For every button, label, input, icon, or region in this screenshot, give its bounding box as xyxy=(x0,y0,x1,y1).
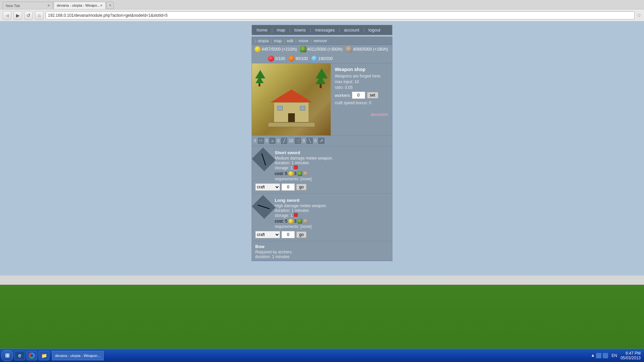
weapon-long-sword: ╲ Long sword High damage melee weapon. d… xyxy=(252,194,392,241)
building-image xyxy=(252,63,331,135)
long-sword-cost: cost: 5 3 xyxy=(275,219,389,224)
cost-gold-icon-2 xyxy=(288,219,293,224)
tab-close-2[interactable]: ✕ xyxy=(100,4,103,7)
spirit-icon xyxy=(311,56,317,62)
building-max-input: max input: 10 xyxy=(335,79,388,84)
gold-icon xyxy=(255,46,261,52)
nav-home[interactable]: home xyxy=(255,27,269,33)
topbar-utopia[interactable]: utopia xyxy=(258,39,269,43)
taskbar-clock: 6:47 PM 05/03/2013 xyxy=(621,351,641,360)
workers-input[interactable] xyxy=(352,92,365,99)
taskbar-active-app[interactable]: devana - utopia - Weapon... xyxy=(52,351,104,360)
resource-stone: 4066/5000 (+180/h) xyxy=(346,46,388,52)
weapon-short-sword: ╱ Short sword Medium damage melee weapon… xyxy=(252,146,392,194)
long-sword-details: Long sword High damage melee weapon. dur… xyxy=(275,198,389,229)
short-sword-go-button[interactable]: go xyxy=(296,184,307,190)
taskbar-folder-icon[interactable]: 📁 xyxy=(39,351,49,360)
taskbar-chrome-icon[interactable] xyxy=(26,351,37,360)
slot-icon-sword-short: ╱ xyxy=(280,137,288,144)
storage-icon-long-sword xyxy=(294,213,298,217)
nav-messages[interactable]: messages xyxy=(314,27,336,33)
slot-icon-spear: ↗ xyxy=(318,137,325,144)
cost-wood-icon-2 xyxy=(298,219,302,224)
reload-button[interactable]: ↺ xyxy=(24,11,33,20)
craft-speed: craft speed bonus: 0 xyxy=(335,101,388,105)
short-sword-craft-input[interactable] xyxy=(281,183,295,191)
nav-account[interactable]: account xyxy=(343,27,361,33)
topbar-move[interactable]: move xyxy=(299,39,308,43)
demolish-link[interactable]: demolish xyxy=(335,112,388,117)
slot-icon-shield: ⚔ xyxy=(269,137,276,144)
forward-button[interactable]: ▶ xyxy=(13,11,22,20)
game-nav: home | map | towns | messages | account … xyxy=(252,25,392,35)
nav-map[interactable]: map xyxy=(275,27,286,33)
resources-bar: 4457/5000 (+210/h) 4011/5000 (+300/h) 40… xyxy=(252,45,392,63)
weapon-bow: Bow Required by archers. duration: 1 min… xyxy=(252,241,392,261)
short-sword-craft-select[interactable]: craft dismantle xyxy=(255,183,280,191)
short-sword-icon: ╱ xyxy=(251,147,276,172)
topbar-map[interactable]: map xyxy=(274,39,281,43)
content-area: Weapon shop Weapons are forged here. max… xyxy=(252,63,392,136)
building-title: Weapon shop xyxy=(335,67,388,72)
back-button[interactable]: ◀ xyxy=(3,11,11,20)
top-bar: | utopia | map | edit | move | remove xyxy=(252,37,392,45)
slot-icon-sword-long: ╲ xyxy=(306,137,313,144)
main-panel: | utopia | map | edit | move | remove 44… xyxy=(252,37,392,261)
browser-tab-active[interactable]: devana - utopia - Weapo... ✕ xyxy=(54,2,106,9)
nav-towns[interactable]: towns xyxy=(293,27,307,33)
short-sword-craft-row: craft dismantle go xyxy=(255,183,389,191)
cost-stone-icon-2 xyxy=(303,219,308,224)
set-workers-button[interactable]: set xyxy=(367,92,378,99)
taskbar-right: ▲ EN 6:47 PM 05/03/2013 xyxy=(591,351,643,360)
hp-icon xyxy=(268,56,274,62)
slot-icon-bow: 🏹 xyxy=(294,137,302,144)
resource-spirit: 190/200 xyxy=(311,56,333,62)
cost-wood-icon-1 xyxy=(298,171,302,176)
bookmark-star-icon[interactable]: ☆ xyxy=(637,12,641,18)
wood-icon xyxy=(300,46,306,52)
start-button[interactable]: ⊞ xyxy=(1,350,13,361)
taskbar-icon-network xyxy=(596,353,601,358)
building-info: Weapon shop Weapons are forged here. max… xyxy=(331,63,392,135)
slot-icon-armor: 🛡 xyxy=(257,137,265,144)
long-sword-craft-input[interactable] xyxy=(281,231,295,238)
taskbar: ⊞ e 📁 devana - utopia - Weapon... ▲ EN 6… xyxy=(0,349,644,362)
tab-close-1[interactable]: ✕ xyxy=(47,4,50,7)
topbar-edit[interactable]: edit xyxy=(287,39,293,43)
storage-icon-short-sword xyxy=(294,165,298,169)
browser-tab-newtab[interactable]: New Tab ✕ xyxy=(3,2,53,9)
long-sword-go-button[interactable]: go xyxy=(296,231,307,238)
long-sword-craft-row: craft dismantle go xyxy=(255,231,389,238)
workers-row: workers set xyxy=(335,92,388,99)
nav-logout[interactable]: logout xyxy=(367,27,382,33)
resource-energy: 90/100 xyxy=(288,56,308,62)
building-description: Weapons are forged here. xyxy=(335,74,388,78)
resource-hp: 0/100 xyxy=(268,56,285,62)
short-sword-details: Short sword Medium damage melee weapon. … xyxy=(275,150,389,181)
building-ratio: ratio: 0.05 xyxy=(335,85,388,90)
long-sword-icon: ╲ xyxy=(251,194,276,219)
short-sword-cost: cost: 5 3 xyxy=(275,171,389,176)
resource-wood: 4011/5000 (+300/h) xyxy=(300,46,342,52)
stone-icon xyxy=(346,46,352,52)
address-bar[interactable] xyxy=(46,11,635,19)
energy-icon xyxy=(288,56,294,62)
resource-gold: 4457/5000 (+210/h) xyxy=(255,46,297,52)
long-sword-craft-select[interactable]: craft dismantle xyxy=(255,231,280,238)
slots-bar: 0 🛡 0 ⚔ 0 ╱ 10 🏹 0 ╲ 0 ↗ xyxy=(252,136,392,146)
topbar-remove[interactable]: remove xyxy=(314,39,327,43)
taskbar-system-icons: ▲ xyxy=(591,353,608,358)
taskbar-language: EN xyxy=(611,353,617,358)
cost-stone-icon-1 xyxy=(303,171,308,176)
taskbar-ie-icon[interactable]: e xyxy=(14,351,25,360)
cost-gold-icon-1 xyxy=(288,171,293,176)
home-button[interactable]: ⌂ xyxy=(35,11,44,20)
new-tab-button[interactable]: + xyxy=(106,2,114,9)
taskbar-icon-audio xyxy=(603,353,608,358)
